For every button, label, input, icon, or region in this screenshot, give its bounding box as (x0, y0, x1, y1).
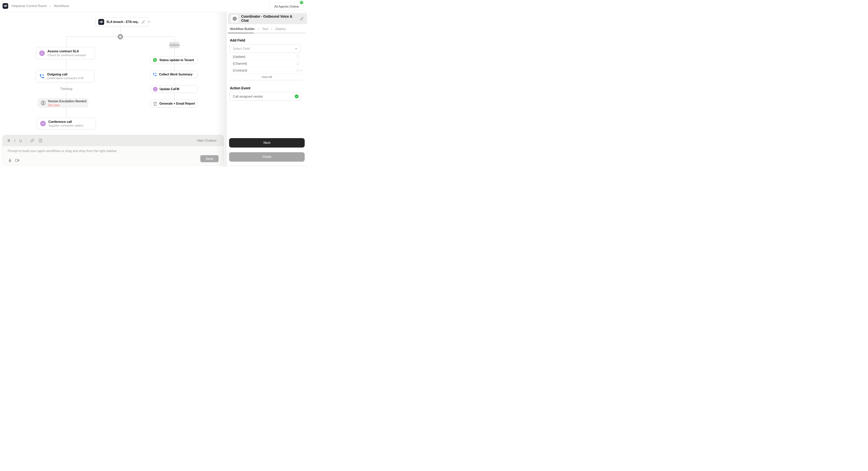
aperture-icon (153, 87, 158, 91)
gear-icon (118, 34, 123, 39)
connector-line (66, 107, 66, 118)
breadcrumb: Helpdesk Control Room Workflows (11, 0, 69, 12)
flow-node-generate-email-report[interactable]: Generate + Email Report (150, 100, 197, 108)
connector-line (66, 59, 66, 70)
flow-node-outgoing-call[interactable]: Outgoing call Understand contractor ETA (36, 70, 94, 82)
company-logo: HF (3, 3, 8, 9)
connector-line (66, 91, 66, 98)
hf-logo-icon: HF (98, 19, 104, 25)
tab-test[interactable]: Test (262, 27, 268, 31)
chevron-right-icon (49, 5, 52, 8)
node-title: Generate + Email Report (159, 102, 195, 106)
workflow-trigger-gear[interactable] (117, 33, 124, 40)
field-option-label: {Channel} (233, 62, 247, 65)
agent-chip-icon (231, 15, 238, 22)
chat-input[interactable]: Prompt to build your agent workflows or … (8, 149, 117, 153)
field-options-panel: {Update} {Channel} {Contract} View All (230, 53, 303, 80)
agents-status-label: All Agents Online (274, 5, 299, 8)
node-title: Update CaFM (160, 87, 179, 91)
chat-toolbar: B I U Hide Chatbox (3, 135, 224, 146)
chevron-right-icon (257, 28, 260, 30)
checkbox[interactable] (297, 69, 299, 72)
send-button[interactable]: Send (200, 155, 219, 162)
attach-file-icon[interactable] (38, 139, 42, 143)
node-title: Human Escalation Needed (48, 99, 86, 103)
phone-outgoing-icon (153, 72, 157, 77)
more-options-icon[interactable]: ••• (148, 21, 151, 23)
edit-agent-icon[interactable] (300, 17, 304, 21)
next-button[interactable]: Next (229, 138, 305, 148)
field-option-contract[interactable]: {Contract} (230, 67, 303, 74)
tab-workflow-builder[interactable]: Workflow Builder (230, 27, 255, 31)
node-title: Status update to Tenant (159, 58, 194, 62)
node-title: Conference call (49, 120, 83, 124)
checkbox[interactable] (297, 55, 299, 58)
breadcrumb-current[interactable]: Workflows (54, 4, 69, 8)
node-title: Collect Work Summary (159, 73, 192, 76)
add-field-heading: Add Field (230, 38, 245, 42)
edit-workflow-name-icon[interactable] (142, 20, 145, 24)
field-option-label: {Update} (233, 55, 245, 59)
field-option-label: {Contract} (233, 68, 247, 72)
action-event-heading: Action Event (230, 86, 250, 90)
flow-node-human-escalation[interactable]: Human Escalation Needed Edit Critera (38, 98, 88, 107)
workflow-canvas[interactable]: HF SLA breach - ETA req.. ••• Actions As… (0, 12, 227, 167)
select-field-placeholder: Select Field (233, 47, 250, 51)
flow-node-assess-contract-sla[interactable]: Assess contract SLA Check for preferred … (36, 47, 95, 59)
sidebar-tabs: Workflow Builder Test Deploy (230, 27, 286, 31)
connector-line (66, 82, 66, 86)
check-icon (300, 69, 303, 71)
action-event-value: Call assigned vendor (233, 95, 263, 98)
flow-node-update-cafm[interactable]: Update CaFM (150, 85, 197, 93)
link-icon[interactable] (30, 139, 34, 143)
chatbox: B I U Hide Chatbox Prompt to build your … (2, 135, 224, 165)
brain-icon (40, 100, 46, 106)
clipboard-icon (153, 101, 157, 106)
tab-progress-indicator (228, 33, 254, 33)
right-sidebar: Coordinator - Outbound Voice & Chat Work… (227, 12, 307, 167)
checkbox[interactable] (297, 62, 299, 65)
thinking-label: Thinking (55, 87, 78, 91)
field-option-channel[interactable]: {Channel} (230, 60, 303, 67)
finish-button[interactable]: Finish (229, 152, 305, 161)
video-icon[interactable] (15, 158, 20, 163)
connector-line (66, 37, 66, 47)
sidebar-header: Coordinator - Outbound Voice & Chat (228, 13, 307, 24)
underline-button[interactable]: U (20, 139, 22, 143)
phone-outgoing-icon (39, 73, 44, 79)
breadcrumb-root[interactable]: Helpdesk Control Room (11, 4, 46, 8)
edit-criteria-link[interactable]: Edit Critera (48, 104, 86, 107)
chevron-down-icon (294, 47, 298, 50)
whatsapp-icon (153, 58, 157, 62)
node-subtitle: Understand contractor ETA (47, 76, 84, 80)
tab-deploy[interactable]: Deploy (275, 27, 286, 31)
field-option-update[interactable]: {Update} (230, 53, 303, 60)
agent-title: Coordinator - Outbound Voice & Chat (241, 14, 300, 23)
aperture-icon (40, 121, 46, 126)
flow-node-collect-work-summary[interactable]: Collect Work Summary (150, 71, 198, 78)
top-bar: HF Helpdesk Control Room Workflows All A… (0, 0, 307, 12)
flow-node-conference-call[interactable]: Conference call Supplier contractor adde… (37, 118, 96, 129)
all-agents-online-button[interactable]: All Agents Online (269, 3, 304, 10)
node-title: Assess contract SLA (48, 49, 86, 53)
select-field-dropdown[interactable]: Select Field (229, 44, 301, 53)
node-subtitle: Check for preferred outreach (48, 53, 86, 57)
node-subtitle: Supplier contractor added (49, 124, 83, 127)
node-title: Outgoing call (47, 72, 84, 77)
workflow-root-node[interactable]: HF SLA breach - ETA req.. ••• (95, 18, 148, 26)
chevron-right-icon (270, 28, 273, 30)
check-badge-icon (295, 94, 299, 98)
view-all-link[interactable]: View All (230, 74, 303, 80)
workflow-builder-app: HF Helpdesk Control Room Workflows All A… (0, 0, 307, 167)
hide-chatbox-button[interactable]: Hide Chatbox (197, 139, 217, 142)
tab-progress-track (228, 33, 306, 33)
mic-icon[interactable] (8, 158, 12, 163)
actions-branch-label: Actions (169, 42, 180, 48)
action-event-field[interactable]: Call assigned vendor (229, 92, 301, 101)
online-status-dot (300, 1, 303, 4)
aperture-icon (39, 50, 45, 56)
flow-node-status-update-tenant[interactable]: Status update to Tenant (150, 56, 198, 64)
bold-button[interactable]: B (8, 139, 10, 143)
workflow-title: SLA breach - ETA req.. (106, 20, 139, 24)
italic-button[interactable]: I (14, 139, 15, 143)
